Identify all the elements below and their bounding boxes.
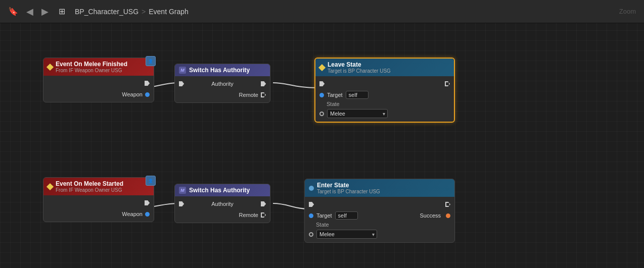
weapon-circle-pin-bottom <box>145 212 150 217</box>
switch-authority-bottom-header: M Switch Has Authority <box>175 184 270 196</box>
switch-authority-bottom-body: Authority Remote <box>175 196 270 223</box>
leave-state-diamond-icon <box>318 64 326 71</box>
state-select-wrap: Melee <box>327 109 388 118</box>
enter-state-select-wrap: Melee <box>316 230 377 239</box>
weapon-circle-pin <box>145 92 150 97</box>
target-input[interactable] <box>346 91 369 99</box>
event-melee-finished-node: Event On Melee Finished From IF Weapon O… <box>43 58 154 102</box>
event-melee-started-body: Weapon <box>43 195 154 222</box>
switch-bottom-exec-row: Authority <box>175 198 270 209</box>
weapon-pin-bottom: Weapon <box>43 208 154 220</box>
event-melee-started-subtitle: From IF Weapon Owner USG <box>56 187 123 193</box>
switch-bottom-exec-in <box>179 201 184 206</box>
target-row: Target <box>315 89 454 100</box>
switch-authority-top-header: M Switch Has Authority <box>175 64 270 76</box>
enter-state-row: Melee <box>305 228 454 240</box>
state-label: State <box>315 100 454 108</box>
switch-authority-top-node: M Switch Has Authority Authority Remote <box>174 64 270 103</box>
weapon-label: Weapon <box>122 91 143 97</box>
enter-state-label: State <box>305 221 454 228</box>
state-select[interactable]: Melee <box>327 109 388 118</box>
bookmark-icon[interactable]: 🔖 <box>6 5 20 19</box>
enter-state-node: Enter State Target is BP Character USG T… <box>304 179 455 243</box>
event-started-diamond-icon <box>47 183 54 190</box>
success-pin <box>446 213 450 218</box>
enter-state-body: Target Success State Melee <box>305 197 454 242</box>
enter-target-input[interactable] <box>335 211 358 220</box>
leave-state-exec-row <box>315 78 454 89</box>
m-icon-bottom: M <box>179 187 186 194</box>
remote-pin-top: Remote <box>175 89 270 100</box>
switch-top-exec-in <box>179 81 184 86</box>
event-diamond-icon <box>47 63 54 70</box>
leave-exec-in <box>319 81 325 86</box>
enter-exec-in <box>309 202 314 207</box>
enter-target-label: Target <box>316 212 332 219</box>
leave-exec-out <box>445 81 450 86</box>
enter-target-row: Target Success <box>305 210 454 221</box>
event-melee-finished-subtitle: From IF Weapon Owner USG <box>56 68 127 73</box>
enter-target-pin <box>309 213 313 218</box>
m-icon-top: M <box>179 67 186 74</box>
forward-button[interactable]: ▶ <box>39 4 51 19</box>
enter-exec-out <box>445 202 450 207</box>
remote-label-bottom: Remote <box>239 212 258 218</box>
back-button[interactable]: ◀ <box>24 4 35 19</box>
leave-state-node: Leave State Target is BP Character USG T… <box>314 58 455 123</box>
breadcrumb-page: Event Graph <box>149 8 189 16</box>
authority-out-pin <box>261 81 266 86</box>
authority-out-pin-bottom <box>261 201 266 206</box>
remote-out-pin-top <box>261 92 266 97</box>
breadcrumb-sep: > <box>142 8 146 16</box>
leave-state-title: Leave State <box>328 61 391 68</box>
event-melee-started-node: Event On Melee Started From IF Weapon Ow… <box>43 177 154 222</box>
event-started-exec-out <box>43 197 154 208</box>
state-row: Melee <box>315 108 454 120</box>
target-label: Target <box>327 92 343 98</box>
exec-out-pin-started <box>145 200 150 205</box>
event-melee-finished-body: Weapon <box>43 76 154 102</box>
event-melee-finished-title: Event On Melee Finished <box>56 61 127 68</box>
state-pin <box>319 112 324 116</box>
breadcrumb-project[interactable]: BP_Character_USG <box>75 8 139 16</box>
exec-out-pin <box>145 81 150 86</box>
switch-authority-bottom-title: Switch Has Authority <box>189 187 250 194</box>
event-melee-started-title: Event On Melee Started <box>56 180 123 187</box>
enter-state-exec-row <box>305 199 454 210</box>
enter-state-select[interactable]: Melee <box>316 230 377 239</box>
blueprint-icon: ⊞ <box>55 5 69 19</box>
weapon-pin: Weapon <box>43 89 154 100</box>
switch-authority-top-body: Authority Remote <box>175 76 270 102</box>
leave-state-header: Leave State Target is BP Character USG <box>315 59 454 76</box>
remote-out-pin-bottom <box>261 212 266 218</box>
remote-pin-bottom: Remote <box>175 209 270 221</box>
graph-canvas: Event On Melee Finished From IF Weapon O… <box>0 23 644 268</box>
event-melee-finished-exec-out <box>43 78 154 89</box>
char-icon-top-left: 👤 <box>146 56 156 66</box>
toolbar: 🔖 ◀ ▶ ⊞ BP_Character_USG > Event Graph Z… <box>0 0 644 23</box>
remote-label-top: Remote <box>239 92 258 98</box>
leave-state-body: Target State Melee <box>315 76 454 122</box>
event-melee-finished-header: Event On Melee Finished From IF Weapon O… <box>43 58 154 76</box>
enter-state-header: Enter State Target is BP Character USG <box>305 179 454 197</box>
enter-state-subtitle: Target is BP Character USG <box>317 189 380 194</box>
authority-label-bottom: Authority <box>211 201 233 207</box>
leave-state-subtitle: Target is BP Character USG <box>328 68 391 74</box>
target-pin <box>319 93 324 97</box>
switch-authority-top-title: Switch Has Authority <box>189 67 250 74</box>
switch-top-exec-row: Authority <box>175 78 270 89</box>
enter-state-func-icon <box>309 186 314 191</box>
enter-state-title: Enter State <box>317 182 380 189</box>
weapon-label-bottom: Weapon <box>122 211 143 217</box>
breadcrumb: BP_Character_USG > Event Graph <box>75 8 189 16</box>
enter-state-pin <box>309 232 313 237</box>
success-label: Success <box>420 212 441 219</box>
event-melee-started-header: Event On Melee Started From IF Weapon Ow… <box>43 178 154 195</box>
switch-authority-bottom-node: M Switch Has Authority Authority Remote <box>174 184 270 223</box>
char-icon-bottom-left: 👤 <box>146 176 156 186</box>
authority-label: Authority <box>211 81 233 87</box>
zoom-label: Zoom <box>619 8 636 15</box>
